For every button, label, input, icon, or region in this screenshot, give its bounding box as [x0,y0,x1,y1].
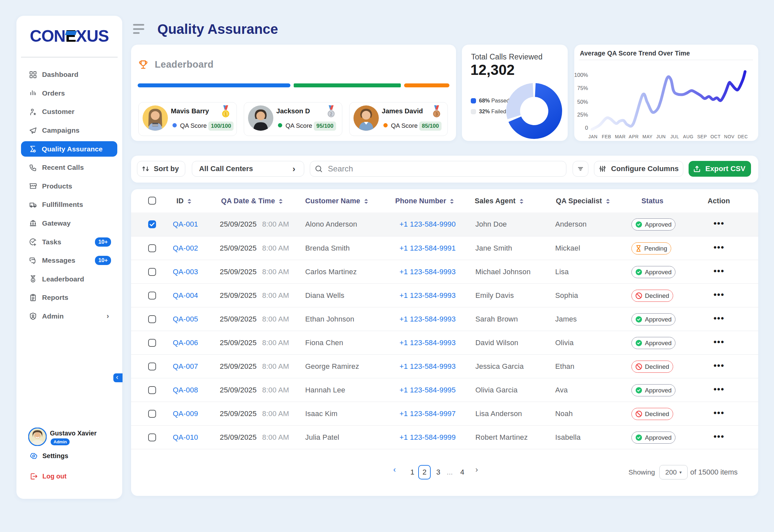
svg-text:OCT: OCT [710,134,720,139]
svg-text:25%: 25% [577,112,588,118]
svg-text:2: 2 [330,111,332,117]
svg-text:JUN: JUN [656,134,666,139]
svg-text:3: 3 [435,111,438,117]
svg-text:JAN: JAN [588,134,598,139]
svg-text:1: 1 [224,111,227,117]
svg-text:DEC: DEC [738,134,748,139]
svg-text:75%: 75% [577,85,588,91]
svg-text:APR: APR [629,134,639,139]
svg-text:50%: 50% [577,99,588,105]
svg-text:MAY: MAY [643,134,653,139]
svg-text:AUG: AUG [683,134,694,139]
svg-text:SEP: SEP [697,134,707,139]
svg-text:0: 0 [585,125,588,131]
svg-text:MAR: MAR [615,134,626,139]
svg-text:NOV: NOV [724,134,735,139]
svg-text:JUL: JUL [671,134,679,139]
svg-text:FEB: FEB [602,134,611,139]
svg-text:100%: 100% [574,72,588,78]
